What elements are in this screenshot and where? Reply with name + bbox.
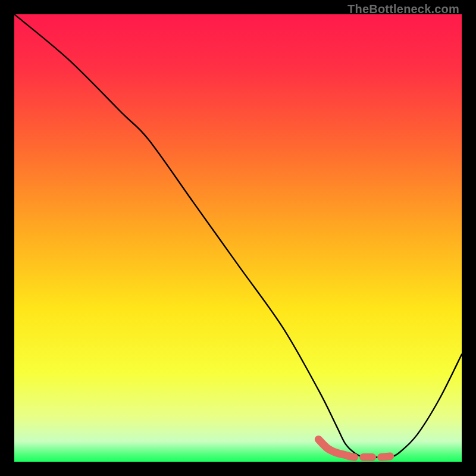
bottleneck-curve-path	[14, 14, 462, 458]
chart-svg	[14, 14, 462, 462]
chart-frame: TheBottleneck.com	[0, 0, 476, 476]
plot-area	[14, 14, 462, 462]
highlight-group	[318, 439, 390, 457]
highlight-segment-2	[381, 456, 390, 458]
